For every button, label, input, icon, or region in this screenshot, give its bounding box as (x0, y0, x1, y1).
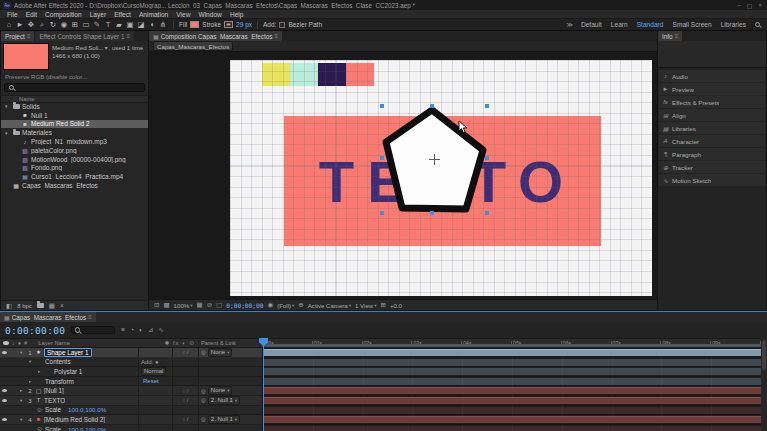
mode-cell[interactable]: Add: ● (138, 358, 172, 367)
project-item[interactable]: ▤ Curso1_Leccion4_Practica.mp4 (1, 172, 148, 181)
shy-layers-icon[interactable]: ◔ (130, 326, 134, 334)
dock-panel-button[interactable]: ► Preview (659, 83, 765, 95)
selection-handle[interactable] (380, 104, 384, 108)
timeline-row[interactable]: ▾ 3 T TEXTO ○ / ◎ 2. (0, 396, 767, 406)
composition-viewport[interactable]: TEXTO (149, 52, 657, 299)
twirl-icon[interactable]: ▸ (20, 388, 25, 393)
puppet-pin-tool-icon[interactable]: ⋔ (158, 20, 168, 30)
layer-switches[interactable] (172, 367, 198, 376)
search-icon[interactable] (754, 21, 761, 28)
layer-switches[interactable] (172, 406, 198, 415)
eye-toggle[interactable] (0, 408, 9, 411)
parent-link-dropdown[interactable]: ◎ ▾ (198, 358, 262, 367)
track-area[interactable] (262, 396, 761, 406)
eye-column-header[interactable] (3, 341, 9, 345)
choose-grid-icon[interactable]: ▦ (196, 301, 202, 309)
layer-name[interactable]: Transform (45, 378, 74, 385)
panel-menu-icon[interactable]: ≡ (675, 33, 679, 39)
mode-cell[interactable] (138, 425, 172, 431)
track-area[interactable] (262, 367, 761, 377)
timeline-row[interactable]: ▾ Contents Add: ● ◎ (0, 358, 767, 368)
menu-item[interactable]: Animation (135, 11, 172, 18)
layer-switches[interactable] (172, 358, 198, 367)
selection-handle[interactable] (485, 104, 489, 108)
switches-column-header[interactable]: ✱ fx ◐ ⊙ (164, 340, 195, 346)
twirl-icon[interactable]: ▸ (29, 379, 34, 384)
project-item[interactable]: ▧ Fondo.png (1, 164, 148, 173)
resolution-dropdown[interactable]: (Full)▾ (277, 302, 294, 309)
parent-link-dropdown[interactable]: ◎ 2. Null 1▾ (198, 396, 262, 405)
selection-handle[interactable] (485, 211, 489, 215)
track-area[interactable] (262, 386, 761, 396)
anchor-point[interactable] (434, 154, 435, 165)
layer-duration-bar[interactable] (263, 368, 761, 375)
workspace-tab[interactable]: Standard (637, 21, 664, 28)
layer-name[interactable]: Shape Layer 1 (44, 348, 92, 357)
timeline-tab[interactable]: ▦ Capas_Mascaras_Efectos ≡ (0, 312, 96, 322)
fast-previews-icon[interactable]: ⊕ (298, 301, 303, 309)
mode-cell[interactable]: Normal (138, 367, 172, 376)
current-time-indicator[interactable] (259, 338, 268, 431)
current-time-display[interactable]: 0:00:00:00 (5, 325, 65, 336)
layer-duration-bar[interactable] (263, 397, 761, 404)
selection-handle[interactable] (485, 156, 489, 160)
scrollbar-thumb[interactable] (762, 340, 766, 370)
mode-cell[interactable] (138, 406, 172, 415)
layer-name[interactable]: Scale (45, 406, 61, 413)
timeline-scrollbar[interactable] (761, 338, 767, 431)
composition-canvas[interactable]: TEXTO (230, 60, 652, 296)
layer-duration-bar[interactable] (263, 378, 761, 385)
magnification-dropdown[interactable]: 100%▾ (174, 302, 193, 309)
project-bit-depth[interactable]: 8 bpc (17, 303, 32, 309)
dock-panel-button[interactable]: fx Effects & Presets (659, 96, 765, 108)
stroke-color-swatch[interactable] (224, 21, 233, 28)
dock-panel-button[interactable]: ⊞ Align (659, 109, 765, 121)
parent-link-dropdown[interactable]: ◎ ▾ (198, 406, 262, 415)
menu-item[interactable]: File (3, 11, 22, 18)
zoom-tool-icon[interactable]: ⌕ (37, 20, 47, 30)
project-item[interactable]: ■ Medium Red Solid 2 (1, 120, 148, 129)
parent-link-column-header[interactable]: Parent & Link (198, 340, 262, 346)
bezier-path-checkbox[interactable] (279, 22, 285, 28)
tab-info[interactable]: Info ≡ (658, 31, 682, 41)
workspace-tab[interactable]: Small Screen (672, 21, 711, 28)
workspace-tab[interactable]: Learn (611, 21, 628, 28)
eye-toggle[interactable] (0, 380, 9, 383)
camera-tool-icon[interactable]: ◉ (59, 20, 69, 30)
eye-toggle[interactable] (0, 351, 9, 354)
panel-menu-icon[interactable]: ≡ (127, 33, 131, 39)
frame-blending-icon[interactable]: ◐ (139, 326, 143, 334)
layer-name[interactable]: TEXTO (44, 397, 65, 404)
track-area[interactable] (262, 377, 761, 387)
add-label[interactable]: Add: (263, 21, 276, 28)
parent-link-dropdown[interactable]: ◎ ▾ (198, 367, 262, 376)
layer-duration-bar[interactable] (263, 387, 761, 394)
twirl-icon[interactable]: ▾ (20, 417, 25, 422)
layer-switches[interactable] (172, 377, 198, 386)
time-ruler[interactable]: :00s01s02s03s04s05s06s07s08s09s (262, 339, 761, 347)
menu-item[interactable]: View (172, 11, 194, 18)
region-of-interest-icon[interactable]: ▢ (216, 301, 222, 309)
layer-name[interactable]: [Null 1] (44, 387, 64, 394)
mode-cell[interactable] (138, 348, 172, 357)
breadcrumb[interactable]: Capas_Mascaras_Efectos (153, 41, 233, 51)
mode-cell[interactable] (138, 396, 172, 405)
eye-toggle[interactable] (0, 389, 9, 392)
pickwhip-icon[interactable]: ◎ (201, 397, 206, 403)
dock-panel-button[interactable]: ⊕ Tracker (659, 161, 765, 173)
eye-toggle[interactable] (0, 428, 9, 431)
orbit-tool-icon[interactable]: ↻ (48, 20, 58, 30)
timeline-row[interactable]: ▸ Transform Reset ◎ (0, 377, 767, 387)
layer-duration-bar[interactable] (263, 407, 761, 414)
timeline-row[interactable]: ⊙ Scale 100.0,100.0% ◎ ▾ (0, 425, 767, 431)
project-search-input[interactable] (4, 83, 145, 92)
layer-duration-bar[interactable] (263, 426, 761, 431)
eye-toggle[interactable] (0, 370, 9, 373)
eraser-tool-icon[interactable]: ◪ (136, 20, 146, 30)
selection-handle[interactable] (430, 104, 434, 108)
type-tool-icon[interactable]: T (103, 20, 113, 30)
workspace-tab[interactable]: Libraries (721, 21, 746, 28)
brush-tool-icon[interactable]: ▰ (114, 20, 124, 30)
parent-link-dropdown[interactable]: ◎ 2. Null 1▾ (198, 415, 262, 424)
pixel-aspect-icon[interactable]: ⊞ (380, 301, 385, 309)
